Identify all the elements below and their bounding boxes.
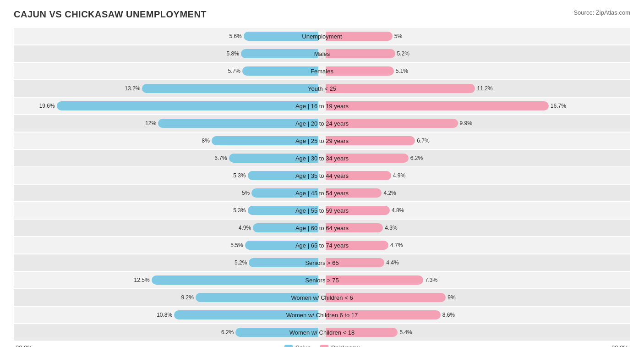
right-bar: 6.7% (326, 136, 415, 145)
right-bar-value: 16.7% (551, 103, 566, 109)
right-bar: 5% (326, 32, 393, 41)
right-bar-value: 4.9% (393, 172, 405, 179)
legend-cajun-box (284, 345, 293, 347)
left-bar-container: 12% (14, 115, 322, 132)
right-bar-container: 4.9% (322, 167, 630, 184)
left-bar-value: 19.6% (39, 103, 55, 109)
legend-cajun-label: Cajun (295, 344, 311, 347)
left-bar-value: 5% (242, 190, 250, 196)
chart-row: 19.6%16.7%Age | 16 to 19 years (14, 98, 630, 114)
left-bar-value: 12.5% (134, 277, 150, 283)
left-bar-value: 5.6% (229, 33, 241, 39)
left-bar-container: 5.5% (14, 237, 322, 253)
right-bar: 7.3% (326, 275, 423, 285)
right-bar: 4.8% (326, 206, 390, 215)
chart-footer: 20.0% Cajun Chickasaw 20.0% (14, 344, 630, 347)
left-bar-container: 19.6% (14, 98, 322, 114)
right-bar: 4.2% (326, 188, 382, 198)
right-bar-value: 9% (448, 294, 455, 301)
left-bar-container: 4.9% (14, 220, 322, 236)
left-bar: 19.6% (57, 101, 318, 110)
chart-title: CAJUN VS CHICKASAW UNEMPLOYMENT (14, 9, 207, 20)
left-bar-container: 5% (14, 185, 322, 201)
right-bar-value: 5% (394, 33, 402, 39)
left-bar: 5.6% (244, 32, 318, 41)
left-bar: 5.3% (248, 206, 318, 215)
right-bar-container: 4.2% (322, 185, 630, 201)
right-bar-value: 5.2% (397, 50, 409, 57)
right-bar-container: 16.7% (322, 98, 630, 114)
chart-row: 5.3%4.9%Age | 35 to 44 years (14, 167, 630, 184)
right-bar: 8.6% (326, 310, 441, 319)
right-bar-container: 5.1% (322, 63, 630, 79)
chart-row: 12%9.9%Age | 20 to 24 years (14, 115, 630, 132)
right-bar-value: 5.1% (396, 68, 408, 74)
left-bar-container: 8% (14, 132, 322, 149)
right-bar-container: 4.7% (322, 237, 630, 253)
right-bar: 5.4% (326, 328, 398, 337)
left-bar-value: 5.5% (230, 242, 243, 248)
left-bar-value: 5.7% (228, 68, 240, 74)
left-bar-container: 6.7% (14, 150, 322, 166)
right-bar-value: 9.9% (460, 120, 472, 127)
left-bar: 5.5% (245, 241, 318, 250)
left-bar-container: 9.2% (14, 289, 322, 306)
legend-chickasaw-box (320, 345, 328, 347)
right-bar-value: 4.3% (385, 225, 397, 231)
left-bar: 5.3% (248, 171, 318, 180)
right-bar: 9% (326, 293, 446, 302)
right-bar: 11.2% (326, 84, 475, 93)
legend-chickasaw-label: Chickasaw (331, 344, 360, 347)
right-bar-value: 11.2% (477, 85, 492, 92)
left-bar-container: 5.2% (14, 254, 322, 271)
right-bar-container: 9% (322, 289, 630, 306)
chart-row: 5%4.2%Age | 45 to 54 years (14, 185, 630, 201)
left-bar: 4.9% (253, 223, 318, 232)
right-bar: 5.2% (326, 49, 395, 58)
right-bar-value: 6.2% (410, 155, 423, 161)
left-bar-value: 6.7% (214, 155, 227, 161)
chart-row: 12.5%7.3%Seniors > 75 (14, 272, 630, 288)
left-bar-value: 8% (202, 138, 209, 144)
chart-source: Source: ZipAtlas.com (573, 9, 630, 16)
chart-row: 5.2%4.4%Seniors > 65 (14, 254, 630, 271)
left-bar: 5.7% (242, 66, 318, 76)
chart-legend: Cajun Chickasaw (284, 344, 360, 347)
right-bar-value: 7.3% (425, 277, 437, 283)
right-bar-container: 6.7% (322, 132, 630, 149)
left-bar: 12.5% (152, 275, 318, 285)
chart-row: 5.3%4.8%Age | 55 to 59 years (14, 202, 630, 219)
left-bar-value: 10.8% (157, 312, 172, 318)
right-bar-value: 4.7% (390, 242, 403, 248)
chart-row: 5.5%4.7%Age | 65 to 74 years (14, 237, 630, 253)
left-bar-value: 5.3% (233, 207, 246, 214)
chart-row: 6.2%5.4%Women w/ Children < 18 (14, 324, 630, 341)
right-bar-container: 9.9% (322, 115, 630, 132)
left-bar-container: 10.8% (14, 307, 322, 323)
left-bar-container: 5.8% (14, 45, 322, 62)
chart-row: 9.2%9%Women w/ Children < 6 (14, 289, 630, 306)
left-bar: 13.2% (142, 84, 318, 93)
right-bar-container: 4.3% (322, 220, 630, 236)
left-bar-container: 5.7% (14, 63, 322, 79)
left-bar: 5% (251, 188, 318, 198)
right-bar: 9.9% (326, 119, 458, 128)
chart-header: CAJUN VS CHICKASAW UNEMPLOYMENT Source: … (14, 9, 630, 20)
right-bar-value: 4.4% (386, 259, 398, 266)
legend-cajun: Cajun (284, 344, 311, 347)
left-bar: 6.2% (235, 328, 318, 337)
left-bar: 10.8% (174, 310, 318, 319)
left-bar-value: 12% (145, 120, 156, 127)
right-bar-container: 8.6% (322, 307, 630, 323)
right-bar: 16.7% (326, 101, 549, 110)
left-bar-value: 4.9% (239, 225, 251, 231)
left-bar-container: 6.2% (14, 324, 322, 341)
left-bar: 12% (158, 119, 318, 128)
chart-row: 4.9%4.3%Age | 60 to 64 years (14, 220, 630, 236)
right-bar-container: 5.2% (322, 45, 630, 62)
chart-row: 8%6.7%Age | 25 to 29 years (14, 132, 630, 149)
chart-row: 5.8%5.2%Males (14, 45, 630, 62)
left-bar-value: 5.8% (227, 50, 239, 57)
left-bar: 5.2% (249, 258, 318, 267)
left-bar-container: 5.3% (14, 202, 322, 219)
